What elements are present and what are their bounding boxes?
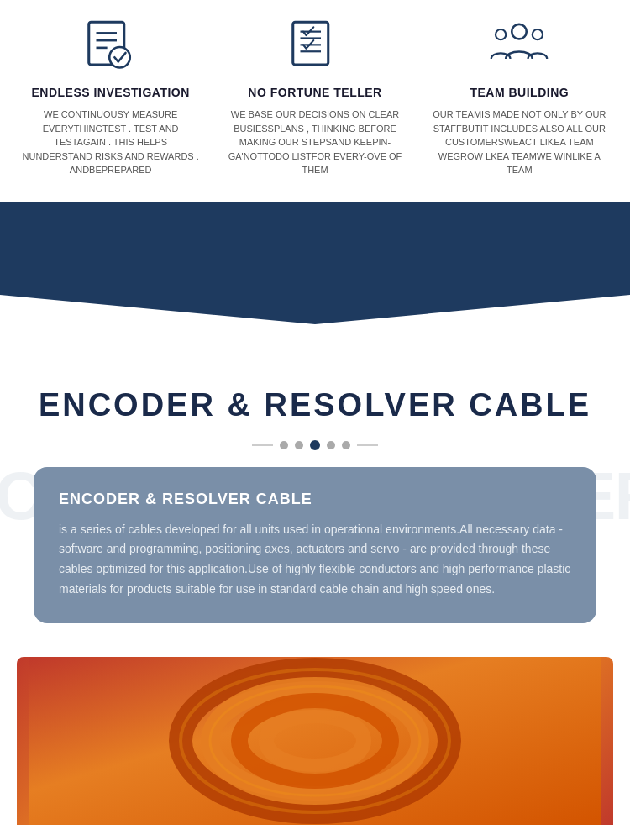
encoder-main-title: ENCODER & RESOLVER CABLE (17, 387, 613, 423)
svg-point-12 (533, 29, 543, 39)
svg-point-11 (496, 29, 506, 39)
pagination-dot-1[interactable] (280, 441, 288, 449)
encoder-info-card: ENCODER & RESOLVER CABLE is a series of … (34, 467, 596, 623)
pagination-dot-3-active[interactable] (310, 440, 320, 450)
team-icon (486, 17, 553, 76)
feature-endless-investigation: ENDLESS INVESTIGATION WE CONTINUOUSY MEA… (8, 17, 213, 177)
feature-no-fortune-teller: NO FORTUNE TELLER WE BASE OUR DECISIONS … (213, 17, 417, 177)
feature-team-building-title: TEAM BUILDING (470, 86, 569, 99)
feature-no-fortune-teller-desc: WE BASE OUR DECISIONS ON CLEAR BUSIESSPL… (225, 108, 404, 177)
svg-point-10 (512, 24, 528, 39)
encoder-section: ENCODER & RESOLVER C ENCODER & RESOLVER … (0, 337, 630, 657)
feature-no-fortune-teller-title: NO FORTUNE TELLER (248, 86, 381, 99)
feature-endless-investigation-desc: WE CONTINUOUSY MEASURE EVERYTHINGTEST . … (21, 108, 200, 177)
document-list-icon (281, 17, 349, 76)
feature-team-building: TEAM BUILDING OUR TEAMIS MADE NOT ONLY B… (417, 17, 622, 177)
pagination-dot-2[interactable] (295, 441, 303, 449)
encoder-card-title: ENCODER & RESOLVER CABLE (59, 491, 571, 508)
pagination-dot-4[interactable] (327, 441, 335, 449)
document-check-icon (77, 17, 144, 76)
cable-image (17, 657, 613, 825)
encoder-card-text: is a series of cables developed for all … (59, 520, 571, 600)
feature-team-building-desc: OUR TEAMIS MADE NOT ONLY BY OUR STAFFBUT… (430, 108, 609, 177)
feature-endless-investigation-title: ENDLESS INVESTIGATION (31, 86, 189, 99)
dot-line-right (357, 444, 378, 446)
dot-line-left (252, 444, 273, 446)
features-section: ENDLESS INVESTIGATION WE CONTINUOUSY MEA… (0, 0, 630, 202)
chevron-divider (0, 202, 630, 295)
pagination-dots (17, 440, 613, 450)
pagination-dot-5[interactable] (342, 441, 350, 449)
cable-coil-svg (29, 657, 601, 825)
svg-point-4 (109, 47, 130, 68)
